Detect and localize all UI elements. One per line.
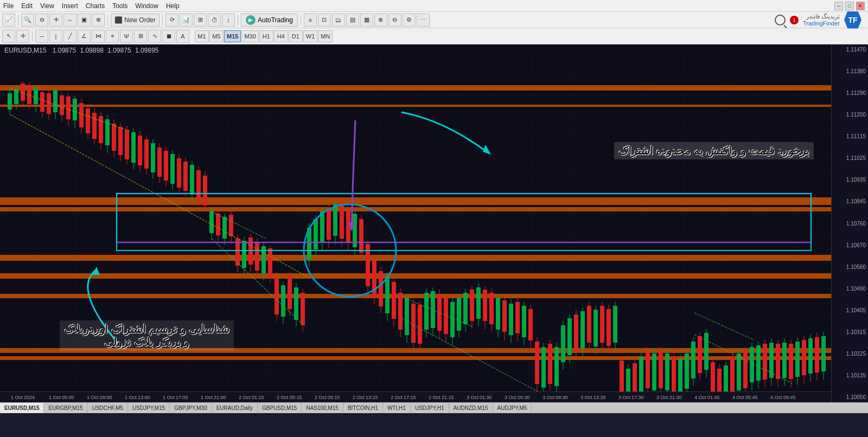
svg-rect-52 xyxy=(138,136,142,165)
tf-btn-m1[interactable]: M1 xyxy=(195,30,209,42)
minimize-button[interactable]: ─ xyxy=(834,2,843,10)
tf-btn-d1[interactable]: D1 xyxy=(289,30,303,42)
symbol-tab-eurusd-m15[interactable]: EURUSD,M15 xyxy=(0,403,44,414)
more-button[interactable]: ⋯ xyxy=(417,14,430,27)
zoom-out-button[interactable]: ⊖ xyxy=(35,14,48,27)
chart-autoscroll-button[interactable]: ⊕ xyxy=(92,14,105,27)
tf-btn-w1[interactable]: W1 xyxy=(303,30,318,42)
svg-rect-50 xyxy=(131,132,136,163)
svg-rect-204 xyxy=(633,363,637,391)
zoom-out2-button[interactable]: ⊖ xyxy=(388,14,401,27)
notification-badge[interactable]: 1 xyxy=(790,16,799,24)
menu-window[interactable]: Window xyxy=(135,2,158,10)
svg-rect-4 xyxy=(0,197,831,205)
svg-rect-134 xyxy=(405,298,409,335)
pitchfork-tool[interactable]: Ψ xyxy=(120,30,133,43)
menu-tools[interactable]: Tools xyxy=(112,2,127,10)
symbol-tab-bitcoin-h1[interactable]: BITCOIN,H1 xyxy=(343,403,383,414)
svg-rect-208 xyxy=(646,351,650,388)
time-label: 1 Oct 05:00 xyxy=(49,395,74,400)
fib-tool[interactable]: ∿ xyxy=(148,30,161,43)
svg-rect-22 xyxy=(40,92,44,112)
crosshair-button[interactable]: ✛ xyxy=(49,14,62,27)
menu-bar: File Edit View Insert Charts Tools Windo… xyxy=(0,0,868,12)
close-button[interactable]: ✕ xyxy=(856,2,865,10)
symbol-tab-usdjpy-h1[interactable]: USDJPY,H1 xyxy=(411,403,449,414)
terminal-button[interactable]: ▤ xyxy=(346,14,359,27)
menu-insert[interactable]: Insert xyxy=(62,2,78,10)
vertical-line-tool[interactable]: | xyxy=(49,30,62,43)
angle-line-tool[interactable]: ∠ xyxy=(78,30,91,43)
svg-rect-92 xyxy=(268,248,272,277)
text-tool[interactable]: A xyxy=(176,30,189,43)
symbol-tab-nas100-m15[interactable]: NAS100,M15 xyxy=(302,403,343,414)
svg-rect-198 xyxy=(613,306,617,343)
svg-rect-182 xyxy=(561,325,565,362)
tf-btn-m30[interactable]: M30 xyxy=(241,30,258,42)
new-order-button[interactable]: ⬛ New Order xyxy=(111,14,159,27)
data-window-button[interactable]: ⊡ xyxy=(318,14,331,27)
strategy-tester-button[interactable]: ▦ xyxy=(360,14,373,27)
autotrading-label: AutoTrading xyxy=(258,16,293,24)
symbol-tab-usdchf-m5[interactable]: USDCHF,M5 xyxy=(88,403,128,414)
svg-rect-32 xyxy=(73,99,77,120)
maximize-button[interactable]: □ xyxy=(845,2,854,10)
tf-btn-mn[interactable]: MN xyxy=(318,30,333,42)
svg-rect-60 xyxy=(164,151,168,181)
svg-rect-130 xyxy=(392,282,396,319)
navigator-button[interactable]: 🗂 xyxy=(332,14,345,27)
tf-btn-h1[interactable]: H1 xyxy=(259,30,273,42)
price-label: 1.10935 xyxy=(834,177,866,183)
templates-button[interactable]: ⊞ xyxy=(194,14,207,27)
history-button[interactable]: ⟳ xyxy=(165,14,178,27)
channel-tool[interactable]: ⋈ xyxy=(92,30,105,43)
tf-btn-h4[interactable]: H4 xyxy=(274,30,288,42)
market-watch-button[interactable]: ≡ xyxy=(304,14,317,27)
symbol-tab-wti-h1[interactable]: WTI,H1 xyxy=(383,403,411,414)
menu-view[interactable]: View xyxy=(40,2,54,10)
zoom-in-button[interactable]: 🔍 xyxy=(21,14,34,27)
svg-rect-212 xyxy=(659,351,663,388)
annotation-reaction: برخورد قیمت و واکنش به محدوده اشتراک xyxy=(614,142,814,159)
new-chart-button[interactable]: 📈 xyxy=(2,14,15,27)
symbol-tab-audnzd-m15[interactable]: AUDNZD,M15 xyxy=(449,403,493,414)
trend-line-tool[interactable]: ╱ xyxy=(63,30,76,43)
svg-rect-226 xyxy=(704,333,709,370)
menu-edit[interactable]: Edit xyxy=(21,2,33,10)
svg-rect-200 xyxy=(620,361,624,391)
chart-symbol: EURUSD,M15 xyxy=(4,47,46,54)
indicators-button[interactable]: 📊 xyxy=(180,14,193,27)
symbol-tab-gbpjpy-m30[interactable]: GBPJPY,M30 xyxy=(170,403,212,414)
symbol-tab-usdjpy-m15[interactable]: USDJPY,M15 xyxy=(128,403,170,414)
menu-file[interactable]: File xyxy=(3,2,14,10)
svg-rect-256 xyxy=(802,340,806,375)
symbol-tab-audjpy-m5[interactable]: AUDJPY,M5 xyxy=(493,403,532,414)
cursor-tool[interactable]: ↖ xyxy=(2,30,15,43)
symbol-tab-eurgbp-m15[interactable]: EURGBP,M15 xyxy=(44,403,87,414)
tf-btn-m5[interactable]: M5 xyxy=(209,30,224,42)
menu-charts[interactable]: Charts xyxy=(86,2,105,10)
symbol-tab-euraud-daily[interactable]: EURAUD,Daily xyxy=(212,403,258,414)
timeframe-buttons: M1M5M15M30H1H4D1W1MN xyxy=(195,30,333,42)
zoom-in2-button[interactable]: ⊕ xyxy=(374,14,387,27)
chart-properties-button[interactable]: ⚙ xyxy=(403,14,416,27)
svg-rect-194 xyxy=(600,306,604,343)
search-icon[interactable] xyxy=(775,15,786,25)
menu-help[interactable]: Help xyxy=(166,2,180,10)
horizontal-line-tool[interactable]: ─ xyxy=(35,30,48,43)
chart-scroll-button[interactable]: ↔ xyxy=(63,14,76,27)
symbol-tab-gbpusd-m15[interactable]: GBPUSD,M15 xyxy=(258,403,302,414)
chart-shift-button[interactable]: ▣ xyxy=(78,14,91,27)
gann-tool[interactable]: ⊞ xyxy=(134,30,147,43)
svg-rect-100 xyxy=(294,287,298,320)
tf-btn-m15[interactable]: M15 xyxy=(224,30,241,42)
arrows-button[interactable]: ↕ xyxy=(222,14,235,27)
shape-tool[interactable]: ◼ xyxy=(162,30,175,43)
svg-rect-38 xyxy=(92,113,97,139)
regression-tool[interactable]: ⋄ xyxy=(106,30,119,43)
crosshair-tool[interactable]: ✛ xyxy=(16,30,29,43)
periods-button[interactable]: ⏱ xyxy=(208,14,221,27)
svg-rect-220 xyxy=(685,354,689,389)
svg-rect-62 xyxy=(170,154,175,184)
autotrading-button[interactable]: ▶ AutoTrading xyxy=(241,14,298,27)
